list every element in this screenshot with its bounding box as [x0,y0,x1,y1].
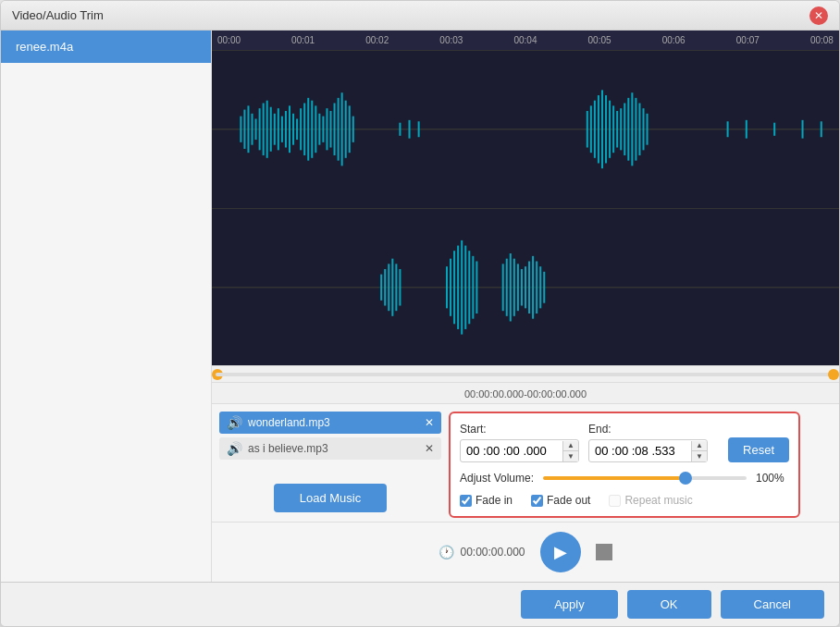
fade-in-checkbox-label[interactable]: Fade in [460,494,513,507]
svg-rect-46 [627,98,629,161]
svg-rect-8 [266,101,268,158]
fade-out-checkbox[interactable] [531,495,543,507]
music-item-close-0[interactable]: ✕ [425,416,434,429]
svg-rect-6 [259,108,261,150]
start-spinners: ▲ ▼ [562,441,578,461]
svg-rect-19 [307,98,309,161]
volume-slider[interactable] [543,476,747,480]
timeline-label-5: 00:05 [588,35,611,45]
timeline-label-0: 00:00 [217,35,241,45]
svg-rect-4 [252,114,253,145]
sidebar-item-label: renee.m4a [16,40,73,54]
svg-rect-68 [461,240,463,334]
svg-rect-15 [292,114,294,145]
cancel-button[interactable]: Cancel [721,590,824,619]
audio-settings: Start: ▲ ▼ End: [449,412,800,518]
svg-rect-77 [517,264,519,311]
svg-rect-28 [341,92,343,166]
svg-rect-30 [349,105,351,153]
main-window: Video/Audio Trim ✕ renee.m4a 00:00 00:01… [0,0,840,627]
svg-rect-84 [543,271,545,302]
svg-rect-26 [334,104,336,156]
play-button[interactable]: ▶ [540,532,581,572]
svg-rect-18 [303,104,305,156]
music-item-name-0: wonderland.mp3 [248,416,419,429]
svg-rect-83 [539,266,541,308]
sidebar-item-file[interactable]: renee.m4a [1,31,211,63]
apply-button[interactable]: Apply [521,590,618,619]
timeline-label-2: 00:02 [365,35,389,45]
svg-rect-12 [281,117,283,142]
end-input[interactable] [589,440,691,461]
timeline-label-6: 00:06 [662,35,686,45]
svg-rect-56 [821,121,822,137]
svg-rect-58 [380,274,382,300]
svg-rect-20 [311,101,313,158]
end-up-btn[interactable]: ▲ [692,441,707,451]
timeline-label-4: 00:04 [513,35,537,45]
svg-rect-21 [315,105,316,153]
start-down-btn[interactable]: ▼ [563,451,578,461]
svg-rect-23 [322,117,324,142]
svg-rect-72 [476,261,477,314]
svg-rect-48 [635,98,636,161]
clock-icon: 🕐 [439,545,454,559]
waveform-upper [212,51,839,209]
svg-rect-40 [605,95,607,163]
svg-rect-82 [536,261,537,314]
svg-rect-61 [391,258,393,315]
music-item-0[interactable]: 🔊 wonderland.mp3 ✕ [219,412,441,434]
stop-button[interactable] [596,544,612,560]
progress-track[interactable] [216,373,835,376]
svg-rect-5 [255,118,257,140]
reset-button[interactable]: Reset [728,437,789,462]
end-label: End: [588,423,708,436]
svg-rect-25 [330,111,332,148]
progress-bar-row [212,365,839,382]
time-range-label: 00:00:00.000-00:00:00.000 [457,387,594,401]
svg-rect-80 [528,261,530,314]
svg-rect-33 [409,120,411,139]
music-controls-row: 🔊 wonderland.mp3 ✕ 🔊 as i believe.mp3 ✕ [212,404,839,522]
fade-out-checkbox-label[interactable]: Fade out [531,494,590,507]
sidebar: renee.m4a [1,31,212,582]
volume-thumb[interactable] [679,472,692,485]
svg-rect-10 [274,114,276,145]
svg-rect-67 [457,245,459,328]
end-spinners: ▲ ▼ [691,441,707,461]
timeline-label-3: 00:03 [439,35,463,45]
end-group: End: ▲ ▼ [588,423,708,462]
music-item-close-1[interactable]: ✕ [425,442,434,455]
svg-rect-16 [296,118,298,140]
svg-rect-44 [620,108,622,150]
start-input-wrapper: ▲ ▼ [460,439,579,462]
svg-rect-47 [631,92,633,166]
svg-rect-9 [270,107,272,152]
main-content: renee.m4a 00:00 00:01 00:02 00:03 00:04 … [1,31,839,582]
timeline-labels: 00:00 00:01 00:02 00:03 00:04 00:05 00:0… [216,35,835,45]
svg-rect-52 [727,121,729,137]
start-input[interactable] [461,440,562,461]
repeat-music-checkbox[interactable] [609,495,621,507]
svg-rect-13 [285,111,287,148]
svg-rect-35 [587,111,588,148]
svg-rect-79 [525,266,526,308]
music-item-1[interactable]: 🔊 as i believe.mp3 ✕ [219,437,441,460]
bottom-controls: 🔊 wonderland.mp3 ✕ 🔊 as i believe.mp3 ✕ [212,403,839,582]
ok-button[interactable]: OK [627,590,711,619]
close-button[interactable]: ✕ [809,6,828,25]
svg-rect-17 [300,108,302,150]
progress-thumb-right[interactable] [828,369,839,380]
svg-rect-63 [399,268,401,305]
fade-out-label: Fade out [547,494,590,507]
end-down-btn[interactable]: ▼ [692,451,707,461]
svg-rect-41 [609,101,611,158]
load-music-button[interactable]: Load Music [274,484,387,512]
speaker-icon-1: 🔊 [227,441,242,456]
svg-rect-75 [510,253,512,321]
timeline-label-8: 00:08 [810,35,834,45]
repeat-music-checkbox-label[interactable]: Repeat music [609,494,692,507]
fade-in-checkbox[interactable] [460,495,472,507]
svg-rect-51 [647,114,649,145]
start-up-btn[interactable]: ▲ [563,441,578,451]
